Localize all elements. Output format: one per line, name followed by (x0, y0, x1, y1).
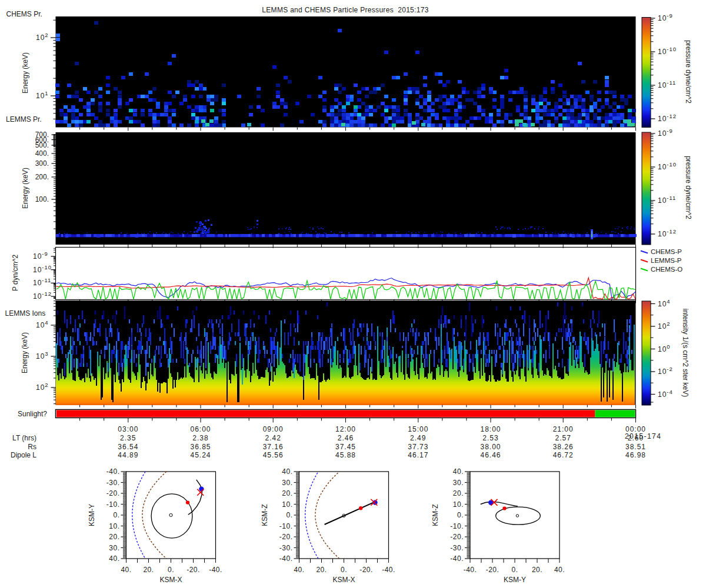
svg-text:CHEMS Pr.: CHEMS Pr. (6, 10, 42, 18)
svg-text:-20.: -20. (187, 566, 200, 574)
svg-text:LEMMS Pr.: LEMMS Pr. (6, 115, 42, 123)
svg-text:-40.: -40. (279, 554, 293, 563)
svg-text:LT (hrs): LT (hrs) (12, 434, 36, 442)
svg-text:0.: 0. (168, 566, 174, 574)
svg-text:0.: 0. (113, 511, 119, 519)
svg-text:38.51: 38.51 (625, 443, 646, 451)
svg-text:-20.: -20. (106, 489, 120, 497)
svg-text:-10.: -10. (450, 522, 464, 530)
svg-text:15:00: 15:00 (408, 425, 428, 433)
svg-text:03:00: 03:00 (118, 425, 138, 433)
svg-text:intensity 1/(s cm^2 ster keV): intensity 1/(s cm^2 ster keV) (681, 309, 690, 397)
svg-text:pressure dyne/cm^2: pressure dyne/cm^2 (684, 156, 692, 219)
svg-text:40.: 40. (554, 566, 565, 574)
svg-text:40.: 40. (294, 566, 304, 574)
svg-text:pressure dyne/cm^2: pressure dyne/cm^2 (684, 40, 692, 103)
svg-text:0.: 0. (341, 566, 347, 574)
svg-text:36.54: 36.54 (118, 443, 138, 451)
svg-text:36.85: 36.85 (190, 443, 211, 451)
svg-text:CHEMS-P: CHEMS-P (651, 248, 682, 255)
svg-text:38.26: 38.26 (553, 443, 574, 451)
svg-text:2.53: 2.53 (482, 434, 498, 442)
svg-text:30.: 30. (453, 479, 464, 487)
svg-text:-40.: -40. (209, 566, 222, 574)
svg-text:KSM-Z: KSM-Z (431, 504, 439, 526)
svg-text:2.57: 2.57 (555, 434, 571, 442)
svg-text:KSM-Y: KSM-Y (88, 504, 96, 526)
svg-text:Energy (keV): Energy (keV) (21, 52, 29, 93)
svg-text:Energy (keV): Energy (keV) (21, 168, 29, 209)
svg-text:2.35: 2.35 (120, 434, 136, 442)
svg-text:45.88: 45.88 (335, 451, 356, 459)
svg-text:-40.: -40. (106, 467, 120, 476)
svg-text:-20.: -20. (486, 566, 499, 574)
svg-text:40.: 40. (282, 467, 292, 476)
svg-text:0.: 0. (511, 566, 518, 574)
svg-text:06:00: 06:00 (190, 425, 211, 433)
svg-text:Sunlight?: Sunlight? (18, 410, 47, 418)
svg-text:44.89: 44.89 (118, 451, 138, 459)
svg-text:100.: 100. (35, 195, 49, 203)
svg-text:37.45: 37.45 (335, 443, 356, 451)
svg-text:-20.: -20. (359, 566, 373, 574)
svg-text:20.: 20. (109, 533, 119, 541)
svg-text:40.: 40. (121, 566, 131, 574)
svg-text:45.56: 45.56 (263, 451, 284, 459)
svg-text:2.42: 2.42 (265, 434, 281, 442)
svg-text:-10.: -10. (106, 500, 120, 509)
svg-text:LEMMS Ions: LEMMS Ions (5, 309, 46, 318)
svg-text:20.: 20. (532, 566, 542, 574)
svg-text:37.16: 37.16 (263, 443, 284, 451)
svg-text:KSM-X: KSM-X (332, 576, 355, 584)
svg-text:-30.: -30. (279, 544, 293, 552)
svg-text:10.: 10. (453, 500, 464, 509)
svg-text:21:00: 21:00 (553, 425, 574, 433)
svg-text:2.46: 2.46 (338, 434, 354, 442)
svg-text:46.98: 46.98 (625, 451, 646, 459)
svg-text:-20.: -20. (279, 533, 293, 541)
svg-text:18:00: 18:00 (480, 425, 501, 433)
svg-text:Energy (keV): Energy (keV) (21, 332, 29, 373)
svg-text:46.46: 46.46 (480, 451, 501, 459)
svg-text:45.24: 45.24 (190, 451, 211, 459)
svg-text:46.17: 46.17 (408, 451, 428, 459)
svg-text:2.38: 2.38 (192, 434, 208, 442)
svg-text:500.: 500. (35, 141, 49, 149)
svg-text:300.: 300. (35, 159, 49, 168)
svg-text:-40.: -40. (450, 554, 464, 563)
svg-text:-40.: -40. (382, 566, 395, 574)
svg-text:KSM-X: KSM-X (159, 576, 182, 584)
svg-text:20.: 20. (453, 489, 464, 497)
svg-text:40.: 40. (453, 467, 464, 476)
svg-text:LEMMS and CHEMS Particle Press: LEMMS and CHEMS Particle Pressures 2015:… (262, 6, 428, 14)
svg-text:10.: 10. (282, 500, 292, 509)
svg-text:09:00: 09:00 (263, 425, 284, 433)
svg-text:CHEMS-O: CHEMS-O (651, 266, 682, 273)
svg-text:400.: 400. (35, 149, 49, 158)
svg-text:46.72: 46.72 (553, 451, 574, 459)
svg-text:-30.: -30. (106, 479, 120, 487)
svg-text:LEMMS-P: LEMMS-P (651, 257, 682, 264)
svg-text:2015-174: 2015-174 (625, 432, 661, 440)
svg-text:KSM-Y: KSM-Y (504, 576, 526, 584)
svg-text:20.: 20. (143, 566, 154, 574)
svg-text:Dipole L: Dipole L (11, 451, 36, 459)
svg-text:-20.: -20. (450, 533, 464, 541)
svg-text:10.: 10. (109, 522, 119, 530)
svg-text:38.00: 38.00 (480, 443, 501, 451)
svg-text:-10.: -10. (279, 522, 293, 530)
svg-text:-30.: -30. (450, 544, 464, 552)
svg-text:12:00: 12:00 (335, 425, 356, 433)
svg-text:Rs: Rs (28, 443, 36, 451)
svg-text:2.49: 2.49 (410, 434, 426, 442)
svg-text:P dyn/cm^2: P dyn/cm^2 (11, 255, 19, 291)
svg-text:20.: 20. (316, 566, 327, 574)
svg-text:40.: 40. (109, 554, 119, 563)
svg-text:20.: 20. (282, 489, 292, 497)
svg-text:0.: 0. (457, 511, 464, 519)
svg-text:37.73: 37.73 (408, 443, 428, 451)
svg-text:30.: 30. (109, 544, 119, 552)
svg-text:30.: 30. (282, 479, 292, 487)
svg-text:0.: 0. (286, 511, 292, 519)
svg-text:200.: 200. (35, 173, 49, 181)
